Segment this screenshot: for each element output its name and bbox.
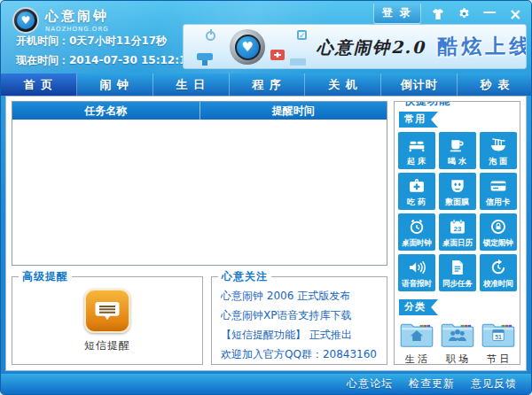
- category-label: 节 日: [487, 352, 510, 365]
- quick-item-credit-card[interactable]: 信用卡: [480, 173, 517, 210]
- task-table-body[interactable]: [12, 120, 387, 265]
- category-folder-grid: 生 活职 场51节 日影 视赛 事热 门: [397, 320, 517, 365]
- boot-time-label: 开机时间：: [16, 35, 69, 47]
- quick-item-desktop-clock[interactable]: 桌面时钟: [398, 213, 435, 251]
- quick-item-label: 吃 药: [407, 197, 426, 208]
- tab-stopwatch[interactable]: 秒 表: [458, 74, 532, 96]
- banner-tagline: 酷炫上线: [437, 34, 527, 58]
- quick-item-voice-time[interactable]: 语音报时: [398, 254, 435, 291]
- document-icon: [449, 257, 466, 278]
- advanced-reminder-panel: 高级提醒 短信提醒: [12, 276, 203, 365]
- task-table: 任务名称 提醒时间: [12, 101, 387, 266]
- tab-birthday[interactable]: 生 日: [153, 74, 230, 96]
- quick-item-wake-up[interactable]: 起 床: [398, 132, 435, 169]
- status-link-check-update[interactable]: 检查更新: [409, 376, 455, 391]
- svg-text:51: 51: [495, 334, 502, 340]
- current-time-value: 2014-07-30 15:12:10: [69, 54, 194, 66]
- news-panel: 心意关注 心意闹钟 2006 正式版发布心意闹钟XP语音支持库下载【短信提醒功能…: [211, 276, 387, 365]
- quick-item-label: 同步任务: [442, 279, 472, 290]
- quick-item-label: 起 床: [407, 156, 426, 167]
- status-link-feedback[interactable]: 意见反馈: [471, 376, 517, 391]
- tab-home[interactable]: 首 页: [1, 74, 77, 96]
- category-label: 生 活: [405, 352, 428, 365]
- mask-icon: [449, 175, 466, 197]
- alarm-clock-icon: [408, 216, 426, 237]
- category-label: 职 场: [446, 352, 469, 365]
- quick-item-calibrate-time[interactable]: 校准时间: [480, 254, 517, 291]
- checkbox-icon: ✓: [297, 30, 307, 40]
- current-time-label: 现在时间：: [16, 54, 69, 66]
- minimize-icon[interactable]: —: [481, 6, 498, 22]
- window-controls: 登 录 — ×: [373, 4, 524, 24]
- quick-item-label: 校准时间: [482, 279, 512, 290]
- heart-icon: ♥: [17, 12, 35, 29]
- calendar-icon: 23: [449, 216, 466, 237]
- column-header-task-name: 任务名称: [12, 102, 200, 120]
- column-header-remind-time: 提醒时间: [200, 102, 387, 120]
- promo-banner[interactable]: ♥ ✓ 心意闹钟2.0 酷炫上线: [183, 24, 527, 69]
- tab-countdown[interactable]: 倒计时: [381, 74, 458, 96]
- current-time-row: 现在时间：2014-07-30 15:12:10: [16, 50, 194, 70]
- status-bar: 心意论坛检查更新意见反馈: [1, 374, 531, 394]
- quick-item-face-mask[interactable]: 敷面膜: [439, 173, 476, 210]
- category-career[interactable]: 职 场: [438, 320, 477, 365]
- sms-reminder-label: 短信提醒: [84, 338, 130, 353]
- quick-item-drink-water[interactable]: 喝 水: [439, 132, 476, 169]
- category-life[interactable]: 生 活: [397, 320, 436, 365]
- tab-bar: 首 页闹 钟生 日程 序关 机倒计时秒 表: [1, 74, 532, 96]
- news-link[interactable]: 【短信提醒功能】 正式推出: [221, 325, 378, 345]
- people-folder-icon: [440, 320, 475, 352]
- quick-functions-title: 快捷功能: [401, 101, 454, 107]
- app-logo-icon: ♥: [12, 7, 39, 34]
- boot-time-row: 开机时间：0天7小时11分17秒: [16, 31, 194, 50]
- news-link[interactable]: 欢迎加入官方QQ群：208431601: [221, 345, 378, 364]
- title-bar: ♥ 心意闹钟 NAOZHONG.ORG 开机时间：0天7小时11分17秒 现在时…: [1, 1, 531, 74]
- news-panel-title: 心意关注: [218, 270, 271, 283]
- quick-item-label: 喝 水: [448, 156, 466, 167]
- power-icon: [206, 31, 215, 41]
- login-button[interactable]: 登 录: [373, 4, 421, 24]
- speaker-icon: [408, 257, 426, 278]
- sync-clock-icon: [489, 257, 507, 278]
- boot-time-value: 0天7小时11分17秒: [69, 35, 167, 47]
- quick-item-label: 泡 面: [489, 156, 507, 167]
- quick-item-take-medicine[interactable]: 吃 药: [398, 173, 435, 210]
- noodles-icon: [489, 135, 507, 156]
- quick-item-label: 信用卡: [486, 197, 510, 208]
- quick-item-desktop-calendar[interactable]: 23桌面日历: [439, 213, 476, 251]
- svg-text:23: 23: [453, 225, 461, 233]
- quick-item-label: 桌面时钟: [401, 238, 431, 249]
- banner-title: 心意闹钟2.0: [317, 37, 426, 57]
- task-table-header: 任务名称 提醒时间: [12, 102, 387, 120]
- app-title-text: 心意闹钟: [45, 8, 109, 25]
- news-link[interactable]: 心意闹钟 2006 正式版发布: [221, 286, 378, 306]
- skin-icon[interactable]: [429, 6, 447, 22]
- category-badge: 分类: [399, 299, 438, 315]
- card-small-icon: [290, 58, 306, 66]
- quick-item-sync-tasks[interactable]: 同步任务: [439, 254, 476, 291]
- quick-item-label: 桌面日历: [442, 238, 472, 249]
- quick-item-lock-alarm[interactable]: 锁定闹钟: [480, 213, 517, 251]
- sms-reminder-icon[interactable]: [84, 289, 130, 333]
- brush-icon: [197, 53, 213, 60]
- news-link[interactable]: 心意闹钟XP语音支持库下载: [221, 306, 378, 325]
- tab-shutdown[interactable]: 关 机: [305, 74, 381, 96]
- category-festival[interactable]: 51节 日: [479, 320, 518, 365]
- settings-gear-icon[interactable]: [455, 6, 473, 22]
- app-title: 心意闹钟 NAOZHONG.ORG: [45, 8, 109, 33]
- close-icon[interactable]: ×: [506, 6, 524, 22]
- status-link-forum[interactable]: 心意论坛: [347, 376, 393, 391]
- credit-card-icon: [489, 175, 507, 197]
- tab-alarm[interactable]: 闹 钟: [77, 74, 153, 96]
- quick-item-instant-noodles[interactable]: 泡 面: [480, 132, 517, 169]
- calendar51-folder-icon: 51: [481, 320, 516, 352]
- quick-functions-panel: 快捷功能 常用 起 床喝 水泡 面吃 药敷面膜信用卡桌面时钟23桌面日历锁定闹钟…: [394, 101, 520, 365]
- home-folder-icon: [399, 320, 434, 352]
- tab-program[interactable]: 程 序: [230, 74, 306, 96]
- app-window: ♥ 心意闹钟 NAOZHONG.ORG 开机时间：0天7小时11分17秒 现在时…: [0, 0, 532, 395]
- time-info: 开机时间：0天7小时11分17秒 现在时间：2014-07-30 15:12:1…: [16, 31, 194, 70]
- quick-item-label: 语音报时: [401, 279, 431, 290]
- quick-item-label: 敷面膜: [445, 197, 469, 208]
- heart-clock-badge-icon: ♥: [230, 29, 265, 65]
- common-tile-grid: 起 床喝 水泡 面吃 药敷面膜信用卡桌面时钟23桌面日历锁定闹钟语音报时同步任务…: [397, 132, 517, 291]
